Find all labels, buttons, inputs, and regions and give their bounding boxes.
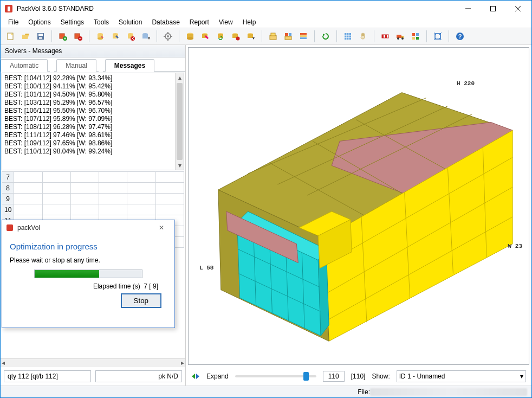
- tab-messages[interactable]: Messages: [105, 59, 154, 72]
- slider-knob[interactable]: [303, 372, 309, 381]
- message-line: BEST: [106/112] 95.50% [W: 96.70%]: [4, 107, 173, 115]
- dialog-close-icon[interactable]: ✕: [151, 224, 172, 232]
- help-icon[interactable]: ?: [453, 30, 466, 43]
- grid-cell[interactable]: [99, 204, 127, 215]
- grid-cell[interactable]: [42, 183, 70, 194]
- db-edit2-icon[interactable]: [109, 30, 122, 43]
- minimize-button[interactable]: [456, 1, 481, 17]
- grid-cell[interactable]: [70, 172, 99, 183]
- db-delete-icon[interactable]: [124, 30, 137, 43]
- scroll-down-icon[interactable]: ▾: [176, 161, 184, 170]
- grid-cell[interactable]: [155, 183, 184, 194]
- close-button[interactable]: [505, 1, 530, 17]
- scroll-up-icon[interactable]: ▴: [176, 73, 184, 82]
- menu-solution[interactable]: Solution: [114, 17, 146, 27]
- message-line: BEST: [101/112] 94.50% [W: 95.80%]: [4, 91, 173, 99]
- expand-icon[interactable]: [191, 373, 200, 380]
- message-line: BEST: [111/112] 97.46% [W: 98.61%]: [4, 131, 173, 139]
- svg-rect-52: [285, 36, 291, 40]
- menu-database[interactable]: Database: [147, 17, 184, 27]
- box-add-icon[interactable]: [56, 30, 69, 43]
- menu-report[interactable]: Report: [185, 17, 213, 27]
- refresh-icon[interactable]: [319, 30, 332, 43]
- menu-file[interactable]: File: [4, 17, 23, 27]
- db-options-icon[interactable]: [139, 30, 152, 43]
- grid-cell[interactable]: [42, 172, 70, 183]
- message-line: BEST: [109/112] 97.65% [W: 98.86%]: [4, 139, 173, 147]
- row-header[interactable]: 9: [2, 194, 14, 204]
- grid-cell[interactable]: [99, 194, 127, 204]
- svg-rect-73: [412, 37, 415, 40]
- tab-automatic[interactable]: Automatic: [1, 59, 48, 72]
- messages-scrollbar[interactable]: ▴ ▾: [175, 73, 184, 170]
- grid-cell[interactable]: [127, 183, 155, 194]
- grid-cell[interactable]: [70, 204, 99, 215]
- grid-cell[interactable]: [127, 204, 155, 215]
- grid-cell[interactable]: [70, 194, 99, 204]
- db-edit-icon[interactable]: [94, 30, 107, 43]
- grid-cell[interactable]: [14, 183, 42, 194]
- show-label: Show:: [372, 373, 390, 380]
- db-refresh-icon[interactable]: [214, 30, 227, 43]
- stack-layers-icon[interactable]: [297, 30, 310, 43]
- count-box[interactable]: 110: [323, 371, 345, 382]
- row-header[interactable]: 8: [2, 183, 14, 194]
- menu-help[interactable]: Help: [238, 17, 261, 27]
- grid-cell[interactable]: [99, 172, 127, 183]
- grid-blue-icon[interactable]: [341, 30, 354, 43]
- svg-rect-51: [271, 33, 275, 36]
- svg-marker-30: [148, 37, 150, 40]
- gear-icon[interactable]: [161, 30, 174, 43]
- db1-icon[interactable]: [184, 30, 197, 43]
- grid-cell[interactable]: [99, 183, 127, 194]
- save-icon[interactable]: [34, 30, 47, 43]
- grid-cell[interactable]: [42, 194, 70, 204]
- grid-cell[interactable]: [127, 194, 155, 204]
- menu-settings[interactable]: Settings: [56, 17, 88, 27]
- stop-button[interactable]: Stop: [121, 293, 161, 308]
- new-icon[interactable]: [4, 30, 17, 43]
- grid-cell[interactable]: [155, 172, 184, 183]
- stack-mixed-icon[interactable]: [282, 30, 295, 43]
- grid-cell[interactable]: [14, 194, 42, 204]
- grid-cell[interactable]: [42, 204, 70, 215]
- menu-view[interactable]: View: [215, 17, 237, 27]
- grid-cell[interactable]: [155, 204, 184, 215]
- box-remove-icon[interactable]: [72, 30, 85, 43]
- truck-icon[interactable]: [394, 30, 407, 43]
- menubar: File Options Settings Tools Solution Dat…: [1, 17, 531, 28]
- db-pencil-icon[interactable]: [199, 30, 212, 43]
- pk-readout: pk N/D: [95, 370, 183, 382]
- hand-icon[interactable]: [356, 30, 369, 43]
- fit-icon[interactable]: [431, 30, 444, 43]
- palette-icon[interactable]: [409, 30, 422, 43]
- svg-marker-49: [252, 37, 255, 40]
- barrier-icon[interactable]: [379, 30, 392, 43]
- stack-yellow-icon[interactable]: [267, 30, 280, 43]
- row-header[interactable]: 7: [2, 172, 14, 183]
- menu-tools[interactable]: Tools: [89, 17, 113, 27]
- 3d-viewport[interactable]: H 220 W 23 L 58: [188, 47, 529, 365]
- svg-rect-54: [289, 33, 291, 36]
- view-slider[interactable]: [235, 375, 316, 377]
- grid-cell[interactable]: [155, 194, 184, 204]
- show-combo[interactable]: ID 1 - Unnamed ▾: [397, 370, 526, 382]
- svg-text:?: ?: [458, 33, 462, 40]
- expand-label[interactable]: Expand: [206, 373, 229, 380]
- open-icon[interactable]: [19, 30, 32, 43]
- db-del-icon[interactable]: [229, 30, 242, 43]
- db-dd-icon[interactable]: [244, 30, 257, 43]
- grid-cell[interactable]: [70, 183, 99, 194]
- grid-cell[interactable]: [14, 172, 42, 183]
- qty-readout: qty 112 [qt/b 112]: [4, 370, 91, 382]
- menu-options[interactable]: Options: [24, 17, 55, 27]
- row-header[interactable]: 10: [2, 204, 14, 215]
- progress-bar: [34, 269, 142, 278]
- grid-cell[interactable]: [127, 172, 155, 183]
- svg-rect-10: [39, 37, 42, 39]
- maximize-button[interactable]: [481, 1, 505, 17]
- tab-manual[interactable]: Manual: [56, 59, 96, 72]
- scroll-thumb[interactable]: [177, 83, 183, 160]
- grid-cell[interactable]: [14, 204, 42, 215]
- grid-hscroll[interactable]: ◂ ▸: [1, 358, 185, 367]
